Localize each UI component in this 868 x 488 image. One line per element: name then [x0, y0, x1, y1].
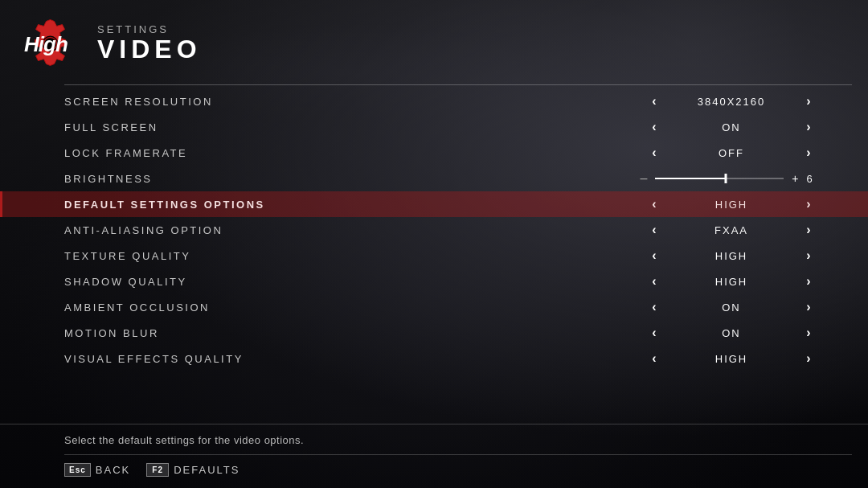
svg-text:High: High: [24, 32, 68, 56]
setting-row-texture-quality[interactable]: TEXTURE QUALITY ‹ HIGH ›: [0, 243, 868, 269]
setting-value-shadow-quality: HIGH: [675, 276, 788, 288]
setting-row-visual-effects[interactable]: VISUAL EFFECTS QUALITY ‹ HIGH ›: [0, 346, 868, 371]
setting-control-full-screen: ‹ ON ›: [611, 120, 852, 134]
setting-control-motion-blur: ‹ ON ›: [611, 326, 852, 340]
setting-control-anti-aliasing: ‹ FXAA ›: [611, 223, 852, 237]
setting-name-ambient-occlusion: AMBIENT OCCLUSION: [64, 301, 611, 314]
setting-value-visual-effects: HIGH: [675, 353, 788, 365]
slider-fill-brightness: [655, 178, 726, 179]
arrow-left-default-settings[interactable]: ‹: [646, 197, 662, 211]
slider-thumb-brightness: [725, 174, 727, 183]
arrow-left-lock-framerate[interactable]: ‹: [646, 146, 662, 160]
back-button[interactable]: Esc BACK: [64, 463, 130, 477]
slider-minus-brightness[interactable]: –: [640, 171, 647, 186]
back-label: BACK: [96, 464, 130, 476]
setting-name-anti-aliasing: ANTI-ALIASING OPTION: [64, 224, 611, 236]
setting-row-default-settings[interactable]: DEFAULT SETTINGS OPTIONS ‹ HIGH ›: [0, 191, 868, 217]
arrow-right-shadow-quality[interactable]: ›: [800, 274, 817, 289]
page-title: VIDEO: [97, 35, 202, 64]
bottom-bar: Esc BACK F2 DEFAULTS: [64, 454, 852, 488]
setting-control-texture-quality: ‹ HIGH ›: [611, 248, 852, 263]
setting-name-full-screen: FULL SCREEN: [64, 121, 611, 133]
slider-plus-brightness[interactable]: +: [792, 172, 798, 185]
setting-name-motion-blur: MOTION BLUR: [64, 327, 611, 339]
setting-control-ambient-occlusion: ‹ ON ›: [611, 300, 852, 314]
gear-icon: High: [16, 10, 84, 78]
arrow-right-default-settings[interactable]: ›: [800, 197, 817, 211]
arrow-left-screen-resolution[interactable]: ‹: [646, 94, 662, 109]
arrow-left-full-screen[interactable]: ‹: [646, 120, 662, 134]
arrow-left-texture-quality[interactable]: ‹: [646, 248, 662, 263]
arrow-right-screen-resolution[interactable]: ›: [800, 94, 817, 109]
arrow-right-lock-framerate[interactable]: ›: [800, 146, 817, 160]
setting-value-full-screen: ON: [675, 121, 788, 133]
header: High SETTINGS VIDEO: [0, 0, 868, 84]
arrow-left-anti-aliasing[interactable]: ‹: [646, 223, 662, 237]
setting-row-anti-aliasing[interactable]: ANTI-ALIASING OPTION ‹ FXAA ›: [0, 217, 868, 243]
setting-name-texture-quality: TEXTURE QUALITY: [64, 250, 611, 262]
help-text: Select the default settings for the vide…: [64, 424, 852, 454]
setting-control-screen-resolution: ‹ 3840x2160 ›: [611, 94, 852, 109]
f2-key-badge: F2: [146, 463, 169, 477]
defaults-label: DEFAULTS: [174, 464, 240, 476]
setting-control-shadow-quality: ‹ HIGH ›: [611, 274, 852, 289]
arrow-right-full-screen[interactable]: ›: [800, 120, 817, 134]
arrow-right-texture-quality[interactable]: ›: [800, 248, 817, 263]
setting-name-brightness: BRIGHTNESS: [64, 173, 611, 185]
settings-label: SETTINGS: [97, 23, 202, 35]
setting-name-default-settings: DEFAULT SETTINGS OPTIONS: [64, 199, 611, 211]
settings-list: SCREEN RESOLUTION ‹ 3840x2160 › FULL SCR…: [0, 85, 868, 424]
setting-row-shadow-quality[interactable]: SHADOW QUALITY ‹ HIGH ›: [0, 269, 868, 294]
arrow-right-visual-effects[interactable]: ›: [800, 351, 817, 366]
header-text: SETTINGS VIDEO: [97, 23, 202, 64]
arrow-right-ambient-occlusion[interactable]: ›: [800, 300, 817, 314]
arrow-left-ambient-occlusion[interactable]: ‹: [646, 300, 662, 314]
esc-key-badge: Esc: [64, 463, 91, 477]
setting-control-default-settings: ‹ HIGH ›: [611, 197, 852, 211]
bottom-section: Select the default settings for the vide…: [0, 424, 868, 488]
setting-control-lock-framerate: ‹ OFF ›: [611, 146, 852, 160]
setting-row-brightness[interactable]: BRIGHTNESS – + 6: [0, 166, 868, 191]
logo: High: [16, 10, 84, 78]
setting-value-motion-blur: ON: [675, 327, 788, 339]
setting-row-full-screen[interactable]: FULL SCREEN ‹ ON ›: [0, 114, 868, 140]
setting-name-visual-effects: VISUAL EFFECTS QUALITY: [64, 353, 611, 365]
setting-row-lock-framerate[interactable]: LOCK FRAMERATE ‹ OFF ›: [0, 140, 868, 166]
setting-value-brightness: 6: [807, 173, 823, 185]
setting-row-motion-blur[interactable]: MOTION BLUR ‹ ON ›: [0, 320, 868, 346]
setting-control-brightness: – + 6: [611, 171, 852, 186]
defaults-button[interactable]: F2 DEFAULTS: [146, 463, 240, 477]
setting-value-default-settings: HIGH: [675, 199, 788, 211]
arrow-left-shadow-quality[interactable]: ‹: [646, 274, 662, 289]
setting-name-lock-framerate: LOCK FRAMERATE: [64, 147, 611, 159]
slider-track-brightness[interactable]: [655, 178, 784, 179]
setting-row-screen-resolution[interactable]: SCREEN RESOLUTION ‹ 3840x2160 ›: [0, 88, 868, 114]
arrow-left-motion-blur[interactable]: ‹: [646, 326, 662, 340]
setting-control-visual-effects: ‹ HIGH ›: [611, 351, 852, 366]
setting-value-anti-aliasing: FXAA: [675, 224, 788, 236]
arrow-right-motion-blur[interactable]: ›: [800, 326, 817, 340]
arrow-right-anti-aliasing[interactable]: ›: [800, 223, 817, 237]
setting-value-texture-quality: HIGH: [675, 250, 788, 262]
setting-name-shadow-quality: SHADOW QUALITY: [64, 276, 611, 288]
setting-value-lock-framerate: OFF: [675, 147, 788, 159]
setting-row-ambient-occlusion[interactable]: AMBIENT OCCLUSION ‹ ON ›: [0, 294, 868, 320]
setting-name-screen-resolution: SCREEN RESOLUTION: [64, 96, 611, 108]
arrow-left-visual-effects[interactable]: ‹: [646, 351, 662, 366]
setting-value-ambient-occlusion: ON: [675, 301, 788, 314]
setting-value-screen-resolution: 3840x2160: [675, 96, 788, 108]
